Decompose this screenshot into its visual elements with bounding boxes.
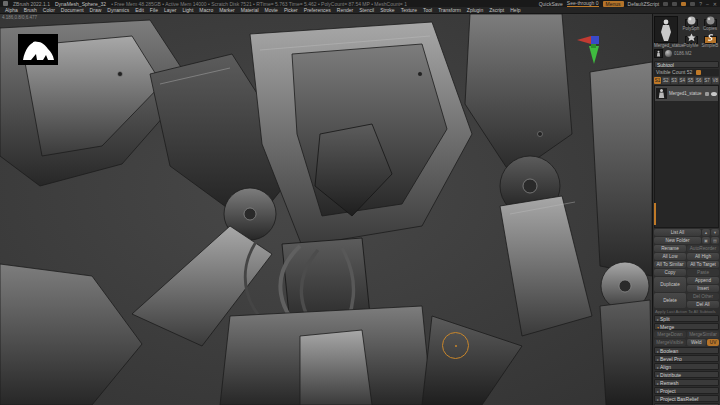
insert-button[interactable]: Insert [687,285,719,292]
sculpt-viewport[interactable]: 4.186,0.8/0,6.477 [0,14,652,405]
menu-draw[interactable]: Draw [90,7,102,13]
rename-button[interactable]: Rename [654,245,686,252]
apply-note: Apply Last Action To All Subtools [654,309,719,314]
menu-light[interactable]: Light [182,7,193,13]
scroll-down-icon[interactable]: ▼ [711,229,719,236]
folder-add-icon[interactable]: ▣ [702,237,710,244]
scroll-up-icon[interactable]: ▲ [702,229,710,236]
quicksave-button[interactable]: QuickSave [539,1,563,7]
current-tool-thumbnail[interactable] [654,16,678,43]
menu-picker[interactable]: Picker [284,7,298,13]
menu-render[interactable]: Render [337,7,353,13]
subtool-tab[interactable]: V8 [712,77,719,84]
subtool-list: Merged1_statue [654,85,719,228]
folder-collapse-icon[interactable]: ▤ [711,237,719,244]
list-all-button[interactable]: List All [654,229,701,236]
slider-handle[interactable] [696,70,701,75]
menu-texture[interactable]: Texture [401,7,417,13]
new-folder-button[interactable]: New Folder [654,237,701,244]
all-to-target-button[interactable]: All To Target [687,261,719,268]
paintbrush-icon[interactable] [705,92,709,96]
layout-toggle-icon[interactable] [672,2,677,6]
remesh-section[interactable]: Remesh [654,379,719,386]
duplicate-button[interactable]: Duplicate [654,277,686,292]
merge-down-button[interactable]: MergeDown [654,331,686,338]
del-all-button[interactable]: Del All [687,301,719,308]
project-section[interactable]: Project [654,387,719,394]
help-icon[interactable]: ? [699,1,702,7]
subtool-section-header[interactable]: Subtool [654,61,719,68]
project-basrelief-section[interactable]: Project BasRelief [654,395,719,402]
eye-icon[interactable] [711,92,717,96]
merge-section[interactable]: Merge [654,323,719,330]
recent-tool[interactable]: SimpleB [701,33,719,49]
minimize-icon[interactable]: – [706,1,709,7]
uv-button[interactable]: UV [707,339,719,346]
subtool-tab[interactable]: S2 [662,77,669,84]
menu-tool[interactable]: Tool [423,7,432,13]
all-to-similar-button[interactable]: All To Similar [654,261,686,268]
split-section[interactable]: Split [654,315,719,322]
subtool-tab[interactable]: S1 [654,77,661,84]
subtool-tab[interactable]: S4 [679,77,686,84]
distribute-section[interactable]: Distribute [654,371,719,378]
menu-zplugin[interactable]: Zplugin [467,7,483,13]
subtool-tab[interactable]: S7 [704,77,711,84]
menu-material[interactable]: Material [241,7,259,13]
ape-logo [18,34,58,65]
merge-similar-button[interactable]: MergeSimilar [687,331,719,338]
align-section[interactable]: Align [654,363,719,370]
del-other-button[interactable]: Del Other [687,293,719,300]
menu-marker[interactable]: Marker [219,7,235,13]
recent-tool[interactable]: Copies [701,16,719,32]
zscript-button[interactable]: DefaultZScript [628,1,660,7]
all-low-button[interactable]: All Low [654,253,686,260]
delete-button[interactable]: Delete [654,293,686,308]
menu-transform[interactable]: Transform [438,7,461,13]
layout-toggle-icon[interactable] [690,2,695,6]
menu-preferences[interactable]: Preferences [304,7,331,13]
menu-macro[interactable]: Macro [199,7,213,13]
subtool-tab[interactable]: S5 [687,77,694,84]
visible-count-label: Visible Count [656,69,685,75]
layout-toggle-icon[interactable] [663,2,668,6]
all-high-button[interactable]: All High [687,253,719,260]
visible-count-slider[interactable]: Visible Count 52 [654,69,719,76]
merge-visible-button[interactable]: MergeVisible [654,339,686,346]
menu-dynamics[interactable]: Dynamics [107,7,129,13]
weld-button[interactable]: Weld [687,339,707,346]
bevel-pro-section[interactable]: Bevel Pro [654,355,719,362]
boolean-section[interactable]: Boolean [654,347,719,354]
menu-file[interactable]: File [150,7,158,13]
menu-brush[interactable]: Brush [24,7,37,13]
subtool-tab[interactable]: S6 [695,77,702,84]
menu-layer[interactable]: Layer [164,7,177,13]
menu-stencil[interactable]: Stencil [359,7,374,13]
menu-stroke[interactable]: Stroke [380,7,394,13]
tool-history-row: 0186.M2 [654,49,719,58]
menu-color[interactable]: Color [43,7,55,13]
see-through-slider[interactable]: See-through 0 [567,0,599,7]
menu-document[interactable]: Document [61,7,84,13]
append-button[interactable]: Append [687,277,719,284]
close-icon[interactable]: ✕ [713,1,717,7]
history-tool-thumbnail[interactable] [654,49,663,58]
menu-alpha[interactable]: Alpha [5,7,18,13]
recent-tool[interactable]: PolyMe [682,33,700,49]
menus-button[interactable]: Menus [603,1,624,7]
matcap-icon[interactable] [665,50,672,57]
menu-zscript[interactable]: Zscript [489,7,504,13]
menu-edit[interactable]: Edit [135,7,144,13]
auto-reorder-button[interactable]: AutoReorder [687,245,719,252]
palette-toggle-icon[interactable] [681,2,686,6]
menu-movie[interactable]: Movie [265,7,278,13]
camera-axis-gizmo[interactable] [576,32,606,66]
paste-button[interactable]: Paste [687,269,719,276]
subtool-name: Merged1_statue [669,91,703,96]
recent-tool[interactable]: PolySph [682,16,700,32]
menu-help[interactable]: Help [510,7,520,13]
subtool-tab[interactable]: S3 [671,77,678,84]
subtool-scrollbar[interactable] [654,203,656,225]
copy-button[interactable]: Copy [654,269,686,276]
subtool-item[interactable]: Merged1_statue [655,86,718,101]
